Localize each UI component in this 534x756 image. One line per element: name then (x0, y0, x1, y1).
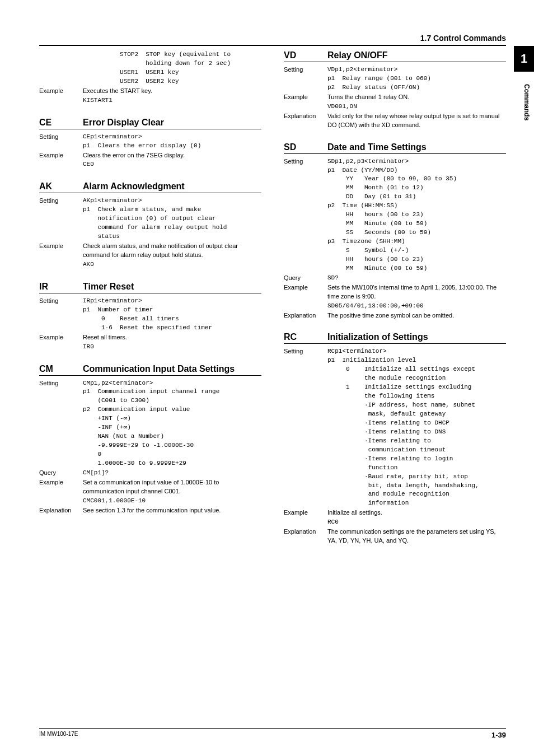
example-label: Example (39, 87, 83, 96)
example-label: Example (284, 93, 327, 102)
example-label: Example (284, 283, 327, 301)
sd-title: Date and Time Settings (327, 142, 427, 152)
ak-block: AKAlarm Acknowledgment SettingAKp1<termi… (39, 181, 261, 269)
ce-block: CEError Display Clear SettingCEp1<termin… (39, 118, 261, 170)
example-label: Example (39, 151, 83, 160)
sd-ex-text: Sets the MW100's internal time to April … (327, 283, 506, 301)
setting-label: Setting (284, 66, 327, 92)
side-tab: 1 (514, 46, 534, 72)
setting-label: Setting (39, 379, 83, 468)
ir-setting: IRp1<terminator> p1 Number of timer 0 Re… (83, 297, 261, 333)
explanation-label: Explanation (284, 112, 327, 130)
cm-ex-text: Set a communication input value of 1.000… (83, 478, 261, 496)
ir-title: Timer Reset (83, 282, 134, 292)
vd-exp-text: Valid only for the relay whose relay out… (327, 112, 506, 130)
cm-query: CM[p1]? (83, 469, 261, 478)
sd-block: SDDate and Time Settings SettingSDp1,p2,… (284, 142, 506, 320)
example-label: Example (284, 508, 327, 517)
sd-code: SD (284, 142, 327, 152)
cm-ex-code: CMC001,1.0000E-10 (83, 497, 261, 506)
cm-block: CMCommunication Input Data Settings Sett… (39, 364, 261, 515)
ak-title: Alarm Acknowledgment (83, 181, 185, 192)
ce-ex-code: CE0 (83, 160, 261, 169)
ir-ex-code: IR0 (83, 343, 261, 352)
ce-code: CE (39, 118, 83, 128)
cm-exp-text: See section 1.3 for the communication in… (83, 506, 261, 515)
left-column: STOP2 STOP key (equivalent to holding do… (39, 50, 261, 558)
ce-title: Error Display Clear (83, 118, 164, 128)
pre-ex-text: Executes the START key. (83, 87, 261, 96)
pre-ex-code: KISTART1 (83, 96, 261, 105)
footer: IM MW100-17E 1-39 (39, 728, 506, 739)
explanation-label: Explanation (284, 311, 327, 320)
cm-title: Communication Input Data Settings (83, 364, 235, 374)
ce-setting: CEp1<terminator> p1 Clears the error dis… (83, 133, 261, 151)
setting-label: Setting (39, 197, 83, 241)
rc-block: RCInitialization of Settings SettingRCp1… (284, 332, 506, 545)
vd-setting: VDp1,p2<terminator> p1 Relay range (001 … (327, 66, 506, 92)
rc-ex-code: RC0 (327, 518, 506, 527)
vd-code: VD (284, 50, 327, 60)
explanation-label: Explanation (39, 506, 83, 515)
ak-setting: AKp1<terminator> p1 Check alarm status, … (83, 197, 261, 241)
sd-query: SD? (327, 274, 506, 283)
pre-block: STOP2 STOP key (equivalent to holding do… (39, 50, 261, 105)
pre-setting: STOP2 STOP key (equivalent to holding do… (83, 50, 261, 86)
sd-exp-text: The positive time zone symbol can be omi… (327, 311, 506, 320)
example-label: Example (39, 242, 83, 260)
section-divider (39, 45, 506, 46)
rc-exp-text: The communication settings are the param… (327, 528, 506, 545)
rc-ex-text: Initialize all settings. (327, 508, 506, 517)
setting-label: Setting (39, 133, 83, 151)
query-label: Query (39, 469, 83, 478)
footer-right: 1-39 (491, 731, 506, 739)
example-label: Example (39, 333, 83, 342)
rc-code: RC (284, 332, 327, 342)
rc-setting: RCp1<terminator> p1 Initialization level… (327, 347, 506, 508)
query-label: Query (284, 274, 327, 283)
setting-label: Setting (284, 157, 327, 273)
vd-title: Relay ON/OFF (327, 50, 388, 60)
vd-block: VDRelay ON/OFF SettingVDp1,p2<terminator… (284, 50, 506, 130)
setting-label: Setting (284, 347, 327, 508)
ir-block: IRTimer Reset SettingIRp1<terminator> p1… (39, 282, 261, 352)
cm-code: CM (39, 364, 83, 374)
side-tab-number: 1 (514, 52, 534, 66)
cm-setting: CMp1,p2<terminator> p1 Communication inp… (83, 379, 261, 468)
vd-ex-code: VD001,ON (327, 102, 506, 111)
sd-ex-code: SD05/04/01,13:00:00,+09:00 (327, 302, 506, 311)
ce-ex-text: Clears the error on the 7SEG display. (83, 151, 261, 160)
explanation-label: Explanation (284, 528, 327, 545)
setting-label: Setting (39, 297, 83, 333)
ak-code: AK (39, 181, 83, 192)
vd-ex-text: Turns the channel 1 relay ON. (327, 93, 506, 102)
rc-title: Initialization of Settings (327, 332, 428, 342)
ak-ex-code: AK0 (83, 260, 261, 269)
ir-ex-text: Reset all timers. (83, 333, 261, 342)
section-header: 1.7 Control Commands (39, 34, 506, 43)
example-label: Example (39, 478, 83, 496)
ak-ex-text: Check alarm status, and make notificatio… (83, 242, 261, 260)
side-label: Commands (523, 84, 531, 120)
sd-setting: SDp1,p2,p3<terminator> p1 Date (YY/MM/DD… (327, 157, 506, 273)
footer-left: IM MW100-17E (39, 731, 78, 739)
right-column: VDRelay ON/OFF SettingVDp1,p2<terminator… (284, 50, 506, 558)
ir-code: IR (39, 282, 83, 292)
